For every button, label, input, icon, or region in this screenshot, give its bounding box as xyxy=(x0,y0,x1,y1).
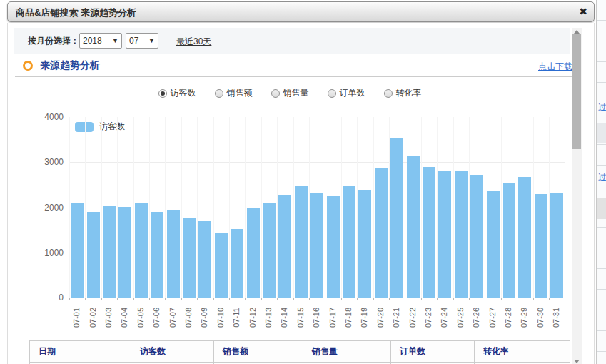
metric-radio-访客数[interactable]: 访客数 xyxy=(158,87,196,99)
background-partial-link[interactable]: 过 xyxy=(598,101,606,113)
background-page-edge xyxy=(6,0,6,364)
x-tick-label: 07-18 xyxy=(344,302,353,333)
bar-07-28[interactable] xyxy=(503,183,515,298)
gridline xyxy=(565,117,565,298)
column-header-label: 日期 xyxy=(39,346,56,356)
bar-07-30[interactable] xyxy=(535,194,547,298)
bar-07-08[interactable] xyxy=(183,218,196,298)
radio-label: 销售量 xyxy=(283,87,309,99)
bar-07-13[interactable] xyxy=(263,203,276,298)
bar-07-14[interactable] xyxy=(278,195,291,298)
bar-07-21[interactable] xyxy=(390,138,403,298)
bar-07-20[interactable] xyxy=(375,168,388,298)
bar-07-23[interactable] xyxy=(423,167,435,298)
x-tick xyxy=(517,298,517,300)
last-30-days-link[interactable]: 最近30天 xyxy=(176,36,211,48)
x-tick-label: 07-04 xyxy=(120,302,128,333)
radio-label: 访客数 xyxy=(171,87,196,99)
bar-07-10[interactable] xyxy=(215,233,228,298)
column-header-订单数[interactable]: 订单数 xyxy=(391,341,475,363)
column-header-转化率[interactable]: 转化率 xyxy=(475,341,570,363)
gridline xyxy=(341,117,342,298)
radio-icon xyxy=(328,89,336,98)
x-tick xyxy=(453,298,454,300)
bar-07-26[interactable] xyxy=(470,175,483,298)
x-tick-label: 07-10 xyxy=(216,302,225,333)
bar-07-01[interactable] xyxy=(71,203,84,298)
x-tick-label: 07-11 xyxy=(232,302,241,333)
scroll-down-icon[interactable] xyxy=(572,357,582,364)
bar-07-19[interactable] xyxy=(358,190,371,298)
bar-07-29[interactable] xyxy=(518,177,531,298)
gridline xyxy=(421,117,422,298)
metric-radio-销售量[interactable]: 销售量 xyxy=(271,87,309,99)
bar-07-05[interactable] xyxy=(135,203,148,298)
gridline xyxy=(517,117,517,298)
bar-07-06[interactable] xyxy=(151,212,163,298)
dialog-titlebar[interactable]: 商品&店铺搜索 来源趋势分析 ✖ xyxy=(7,1,595,22)
column-header-销售量[interactable]: 销售量 xyxy=(303,341,391,363)
dialog-body: 按月份选择： 2018 ▼ 07 ▼ 最近30天 来源趋势分析 点击下载 访客数… xyxy=(7,23,595,364)
x-tick-label: 07-19 xyxy=(360,302,368,333)
bar-07-16[interactable] xyxy=(310,193,323,298)
x-tick xyxy=(533,298,534,300)
trend-analysis-dialog: 商品&店铺搜索 来源趋势分析 ✖ 按月份选择： 2018 ▼ 07 ▼ 最近30… xyxy=(7,1,595,364)
close-icon[interactable]: ✖ xyxy=(577,5,590,18)
x-tick xyxy=(149,298,150,300)
x-tick xyxy=(341,298,342,300)
download-link[interactable]: 点击下载 xyxy=(538,61,572,73)
bar-07-09[interactable] xyxy=(198,221,211,298)
bar-07-25[interactable] xyxy=(455,171,468,298)
dialog-title: 商品&店铺搜索 来源趋势分析 xyxy=(16,6,136,19)
gridline xyxy=(229,117,230,298)
bar-07-03[interactable] xyxy=(103,206,116,298)
metric-radio-订单数[interactable]: 订单数 xyxy=(328,87,365,99)
scrollbar-thumb[interactable] xyxy=(572,34,581,149)
bar-07-12[interactable] xyxy=(247,208,260,298)
column-header-访客数[interactable]: 访客数 xyxy=(131,341,214,363)
bar-07-02[interactable] xyxy=(87,212,100,298)
bar-07-17[interactable] xyxy=(327,196,340,298)
x-tick-label: 07-24 xyxy=(440,302,448,333)
x-tick xyxy=(485,298,485,300)
gridline xyxy=(277,117,278,298)
bar-07-22[interactable] xyxy=(407,156,420,298)
x-tick xyxy=(133,298,134,300)
bar-07-27[interactable] xyxy=(487,191,500,298)
x-tick xyxy=(565,298,565,300)
bar-07-31[interactable] xyxy=(550,193,563,298)
x-tick xyxy=(293,298,294,300)
gridline xyxy=(309,117,310,298)
bar-07-07[interactable] xyxy=(167,210,180,298)
year-select[interactable]: 2018 ▼ xyxy=(79,33,122,49)
bar-07-04[interactable] xyxy=(118,207,131,298)
bar-07-15[interactable] xyxy=(295,186,308,298)
gridline xyxy=(261,117,262,298)
background-row-band xyxy=(597,123,606,143)
x-tick xyxy=(373,298,374,300)
column-header-日期[interactable]: 日期 xyxy=(30,341,131,363)
month-select[interactable]: 07 ▼ xyxy=(126,33,158,49)
x-tick xyxy=(309,298,310,300)
x-tick-label: 07-02 xyxy=(89,302,97,333)
vertical-scrollbar[interactable] xyxy=(572,28,582,364)
metric-radio-销售额[interactable]: 销售额 xyxy=(215,87,253,99)
x-tick-label: 07-05 xyxy=(136,302,145,333)
x-tick xyxy=(325,298,325,300)
column-header-销售额[interactable]: 销售额 xyxy=(214,341,303,363)
radio-icon xyxy=(384,89,393,98)
x-tick xyxy=(197,298,198,300)
x-tick-label: 07-16 xyxy=(312,302,320,333)
metric-radio-转化率[interactable]: 转化率 xyxy=(384,87,422,99)
table-header-row: 日期访客数销售额销售量订单数转化率 xyxy=(30,341,570,363)
bar-07-11[interactable] xyxy=(231,229,243,298)
y-tick-label: 4000 xyxy=(28,112,64,122)
gridline xyxy=(357,117,358,298)
background-header-band xyxy=(597,198,606,219)
bar-07-24[interactable] xyxy=(438,171,451,298)
x-tick-label: 07-26 xyxy=(472,302,480,333)
bar-07-18[interactable] xyxy=(343,186,355,298)
background-partial-link[interactable]: 过 xyxy=(598,171,606,183)
x-tick xyxy=(213,298,214,300)
gridline xyxy=(325,117,325,298)
